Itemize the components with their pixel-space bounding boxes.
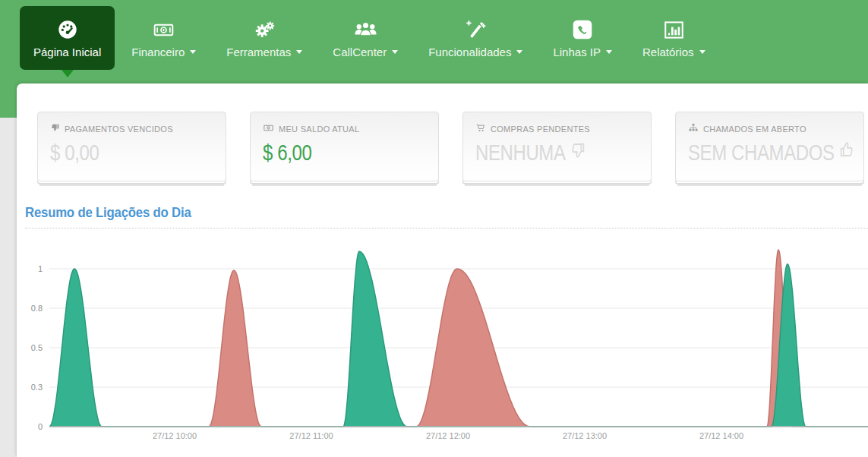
chevron-down-icon <box>516 50 522 54</box>
nav-item-callcenter[interactable]: CallCenter <box>319 6 412 70</box>
stat-card-pagamentos-vencidos: PAGAMENTOS VENCIDOS $ 0,00 <box>37 112 226 181</box>
nav-item-linhas-ip[interactable]: Linhas IP <box>539 6 626 70</box>
phone-icon <box>572 17 593 42</box>
chevron-down-icon <box>190 50 196 54</box>
nav-item-label: Página Inicial <box>33 46 101 58</box>
stat-card-title: CHAMADOS EM ABERTO <box>703 124 806 134</box>
chart-series-salmon <box>49 250 868 427</box>
call-summary-section-header: Resumo de Ligações do Dia <box>25 204 868 228</box>
cart-icon <box>475 123 486 134</box>
stat-card-title: MEU SALDO ATUAL <box>279 124 359 134</box>
stat-card-compras-pendentes: COMPRAS PENDENTES NENHUMA <box>462 112 652 181</box>
nav-item-label: Financeiro <box>131 46 185 58</box>
magic-wand-icon <box>465 17 487 42</box>
nav-item-pagina-inicial[interactable]: Página Inicial <box>20 6 115 70</box>
main-menu: Página Inicial Financeiro <box>0 0 868 70</box>
page-title: Resumo de Ligações do Dia <box>25 204 191 221</box>
sitemap-icon <box>688 123 699 134</box>
stat-card-title: PAGAMENTOS VENCIDOS <box>65 124 173 134</box>
banknote-icon <box>263 123 274 134</box>
stat-card-value: SEM CHAMADOS <box>688 140 819 165</box>
chart-x-label: 27/12 13:00 <box>563 431 607 440</box>
nav-item-label: Linhas IP <box>553 46 601 58</box>
chart-y-label: 0 <box>38 422 43 431</box>
chart-x-label: 27/12 11:00 <box>289 431 333 440</box>
nav-item-financeiro[interactable]: Financeiro <box>118 6 210 70</box>
stat-card-title: COMPRAS PENDENTES <box>491 124 590 134</box>
thumbs-down-outline-icon <box>570 140 586 165</box>
chart-y-label: 0.8 <box>31 304 43 313</box>
chart-x-label: 27/12 14:00 <box>699 431 743 440</box>
nav-item-ferramentas[interactable]: Ferramentas <box>213 6 316 70</box>
main-content-panel: PAGAMENTOS VENCIDOS $ 0,00 MEU SALDO ATU… <box>17 84 868 457</box>
chart-y-label: 1 <box>38 264 43 273</box>
nav-item-label: Funcionalidades <box>428 46 511 58</box>
nav-item-label: Ferramentas <box>226 46 291 58</box>
users-icon <box>353 17 378 42</box>
thumbs-up-outline-icon <box>838 140 855 165</box>
bar-chart-icon <box>663 17 685 42</box>
gauge-icon <box>57 17 78 42</box>
stat-card-meu-saldo-atual: MEU SALDO ATUAL $ 6,00 <box>250 112 439 181</box>
chevron-down-icon <box>296 50 302 54</box>
stat-card-chamados-em-aberto: CHAMADOS EM ABERTO SEM CHAMADOS <box>675 112 864 181</box>
chart-x-label: 27/12 12:00 <box>426 431 470 440</box>
page-root: Página Inicial Financeiro <box>0 0 868 457</box>
gears-icon <box>253 17 276 42</box>
stat-card-value: $ 0,00 <box>50 140 181 165</box>
nav-item-label: Relatórios <box>642 46 694 58</box>
chart-x-label: 27/12 10:00 <box>153 431 197 440</box>
stat-card-value: NENHUMA <box>475 140 606 165</box>
chevron-down-icon <box>606 50 612 54</box>
nav-item-relatorios[interactable]: Relatórios <box>629 6 719 70</box>
chart-y-label: 0.5 <box>31 343 43 352</box>
nav-item-label: CallCenter <box>333 46 387 58</box>
chevron-down-icon <box>699 50 705 54</box>
nav-item-funcionalidades[interactable]: Funcionalidades <box>415 6 536 70</box>
banknote-icon <box>152 17 175 42</box>
thumbs-down-icon <box>50 123 60 134</box>
call-summary-chart: 00.30.50.8127/12 10:0027/12 11:0027/12 1… <box>17 243 868 457</box>
stats-cards-row: PAGAMENTOS VENCIDOS $ 0,00 MEU SALDO ATU… <box>17 84 868 181</box>
chevron-down-icon <box>392 50 398 54</box>
stat-card-value: $ 6,00 <box>263 140 393 165</box>
chart-y-label: 0.3 <box>31 383 43 392</box>
